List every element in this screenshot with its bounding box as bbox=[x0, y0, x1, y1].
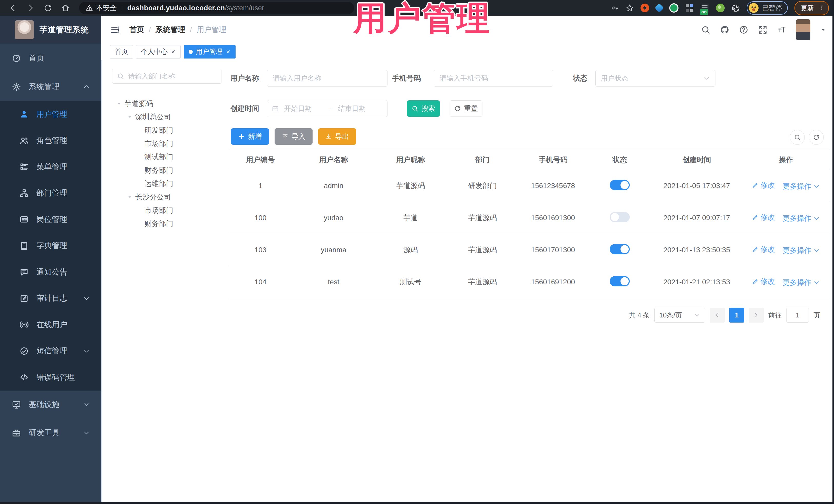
close-icon[interactable] bbox=[171, 49, 176, 54]
address-bar[interactable]: 不安全 dashboard.yudao.iocoder.cn /system/u… bbox=[79, 2, 354, 14]
edit-link[interactable]: 修改 bbox=[752, 277, 775, 286]
edit-link[interactable]: 修改 bbox=[752, 213, 775, 222]
browser-forward-icon[interactable] bbox=[26, 4, 35, 12]
tab-home[interactable]: 首页 bbox=[110, 45, 133, 59]
sidebar-item-dept-mgmt[interactable]: 部门管理 bbox=[0, 180, 101, 206]
col-created: 创建时间 bbox=[652, 150, 742, 170]
more-actions-link[interactable]: 更多操作 bbox=[783, 278, 820, 287]
tree-node-leaf[interactable]: 市场部门 bbox=[112, 204, 225, 217]
sidebar-item-audit-log[interactable]: 审计日志 bbox=[0, 285, 101, 312]
password-key-icon[interactable] bbox=[611, 4, 619, 12]
user-avatar[interactable] bbox=[796, 19, 810, 40]
breadcrumb-home[interactable]: 首页 bbox=[129, 25, 144, 35]
table-header-row: 用户编号 用户名称 用户昵称 部门 手机号码 状态 创建时间 操作 bbox=[228, 150, 830, 170]
browser-profile-chip[interactable]: 已暂停 bbox=[747, 1, 788, 15]
export-button[interactable]: 导出 bbox=[318, 128, 356, 145]
tree-node-root[interactable]: 芋道源码 bbox=[112, 97, 225, 110]
status-toggle[interactable] bbox=[610, 276, 630, 286]
help-icon[interactable] bbox=[739, 25, 748, 35]
extension-key-icon[interactable] bbox=[716, 4, 725, 12]
chevron-down-icon bbox=[813, 279, 820, 286]
refresh-table-button[interactable] bbox=[809, 130, 824, 145]
sidebar-item-error-code[interactable]: 错误码管理 bbox=[0, 364, 101, 391]
sidebar-item-post-mgmt[interactable]: 岗位管理 bbox=[0, 206, 101, 233]
bookmark-star-icon[interactable] bbox=[626, 4, 634, 12]
tree-node-leaf[interactable]: 财务部门 bbox=[112, 164, 225, 177]
close-icon[interactable] bbox=[225, 49, 231, 54]
header-search-icon[interactable] bbox=[701, 25, 710, 35]
date-range-picker[interactable]: 开始日期 - 结束日期 bbox=[267, 100, 388, 117]
edit-link[interactable]: 修改 bbox=[752, 245, 775, 254]
pencil-icon bbox=[752, 246, 759, 253]
search-icon bbox=[412, 105, 418, 112]
tree-node-branch[interactable]: 深圳总公司 bbox=[112, 110, 225, 124]
sidebar-item-home[interactable]: 首页 bbox=[0, 44, 101, 72]
page-size-select[interactable]: 10条/页 bbox=[654, 308, 705, 323]
browser-back-icon[interactable] bbox=[9, 4, 18, 12]
status-toggle[interactable] bbox=[610, 180, 630, 190]
goto-label: 前往 bbox=[768, 311, 782, 320]
more-actions-link[interactable]: 更多操作 bbox=[783, 246, 820, 255]
tree-node-branch[interactable]: 长沙分公司 bbox=[112, 191, 225, 204]
sidebar-item-label: 错误码管理 bbox=[37, 372, 75, 382]
sidebar-item-dict-mgmt[interactable]: 字典管理 bbox=[0, 233, 101, 259]
caret-down-icon[interactable] bbox=[116, 101, 122, 107]
status-select[interactable]: 用户状态 bbox=[595, 70, 716, 87]
sidebar-item-sms-mgmt[interactable]: 短信管理 bbox=[0, 338, 101, 365]
toggle-search-button[interactable] bbox=[790, 130, 805, 145]
sidebar-item-online-users[interactable]: 在线用户 bbox=[0, 311, 101, 338]
tab-profile[interactable]: 个人中心 bbox=[136, 45, 181, 59]
github-icon[interactable] bbox=[720, 25, 729, 35]
sidebar-item-system[interactable]: 系统管理 bbox=[0, 72, 101, 101]
caret-down-icon[interactable] bbox=[127, 194, 133, 200]
sidebar-item-role-mgmt[interactable]: 角色管理 bbox=[0, 128, 101, 154]
status-toggle[interactable] bbox=[610, 212, 630, 222]
extension-tabs-icon[interactable]: on bbox=[701, 4, 709, 12]
sidebar-item-notice[interactable]: 通知公告 bbox=[0, 259, 101, 285]
breadcrumb-system[interactable]: 系统管理 bbox=[155, 25, 185, 35]
tab-user-management[interactable]: 用户管理 bbox=[184, 45, 236, 59]
reset-button[interactable]: 重置 bbox=[449, 100, 482, 117]
caret-down-icon[interactable] bbox=[127, 114, 133, 120]
next-page-button[interactable] bbox=[749, 308, 764, 323]
extension-ubuntu-icon[interactable] bbox=[640, 4, 649, 12]
import-button[interactable]: 导入 bbox=[275, 128, 312, 145]
extension-drop-icon[interactable] bbox=[655, 3, 664, 13]
hamburger-icon[interactable] bbox=[110, 25, 120, 35]
tree-node-leaf[interactable]: 运维部门 bbox=[112, 177, 225, 191]
browser-update-button[interactable]: 更新 bbox=[794, 1, 829, 15]
tree-node-leaf[interactable]: 测试部门 bbox=[112, 150, 225, 164]
dashboard-icon bbox=[12, 53, 21, 63]
mobile-input[interactable] bbox=[434, 74, 553, 82]
status-toggle[interactable] bbox=[610, 244, 630, 254]
goto-page-input[interactable] bbox=[786, 308, 809, 323]
tree-node-leaf[interactable]: 财务部门 bbox=[112, 217, 225, 231]
infrastructure-icon bbox=[12, 400, 21, 409]
pencil-icon bbox=[752, 278, 759, 285]
extension-green-icon[interactable] bbox=[669, 3, 679, 13]
more-actions-link[interactable]: 更多操作 bbox=[783, 214, 820, 223]
tree-node-leaf[interactable]: 市场部门 bbox=[112, 137, 225, 150]
browser-reload-icon[interactable] bbox=[44, 4, 52, 12]
sidebar-item-menu-mgmt[interactable]: 菜单管理 bbox=[0, 154, 101, 180]
page-number-button[interactable]: 1 bbox=[729, 308, 744, 323]
more-actions-link[interactable]: 更多操作 bbox=[783, 181, 820, 191]
add-button[interactable]: 新增 bbox=[231, 128, 269, 145]
fullscreen-icon[interactable] bbox=[758, 25, 767, 35]
avatar-caret-icon[interactable] bbox=[820, 27, 826, 33]
sidebar-item-infrastructure[interactable]: 基础设施 bbox=[0, 391, 101, 419]
browser-menu-icon[interactable] bbox=[818, 5, 825, 11]
tree-node-leaf[interactable]: 研发部门 bbox=[112, 124, 225, 137]
edit-link[interactable]: 修改 bbox=[752, 180, 775, 190]
extensions-puzzle-icon[interactable] bbox=[731, 4, 740, 12]
extension-squares-icon[interactable] bbox=[685, 4, 694, 12]
font-size-icon[interactable] bbox=[777, 25, 786, 35]
sidebar-item-user-mgmt[interactable]: 用户管理 bbox=[0, 101, 101, 128]
username-input[interactable] bbox=[267, 74, 387, 82]
dept-search-input[interactable] bbox=[128, 72, 214, 81]
browser-home-icon[interactable] bbox=[61, 4, 70, 12]
sidebar-item-dev-tools[interactable]: 研发工具 bbox=[0, 419, 101, 447]
search-button[interactable]: 搜索 bbox=[407, 100, 440, 117]
toolbox-icon bbox=[12, 428, 21, 438]
prev-page-button[interactable] bbox=[710, 308, 725, 323]
